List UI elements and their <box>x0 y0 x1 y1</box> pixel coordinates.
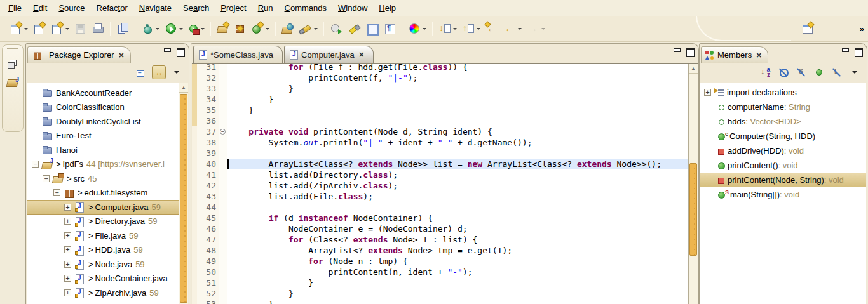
dropdown-caret-icon[interactable] <box>314 28 318 30</box>
dropdown-caret-icon[interactable] <box>423 28 426 30</box>
view-menu-button[interactable] <box>848 65 862 79</box>
member-row-import-declarations[interactable]: +import declarations <box>700 85 866 100</box>
code-line-49[interactable]: 49 for (Node n : tmp) { <box>192 256 688 267</box>
collapse-minus-icon[interactable]: − <box>43 175 50 182</box>
code-line-47[interactable]: 47 for (Class<? extends Node> T : list) … <box>192 234 688 245</box>
expand-plus-icon[interactable]: + <box>64 218 71 225</box>
new-wizard-button[interactable] <box>8 21 29 36</box>
dropdown-caret-icon[interactable] <box>156 28 159 30</box>
show-public-button[interactable] <box>812 65 826 79</box>
hide-local-button[interactable] <box>830 65 844 79</box>
editor-minimize-button[interactable] <box>673 48 681 55</box>
code-text[interactable]: list.add(File.class); <box>227 191 688 202</box>
sort-button[interactable]: a <box>759 65 773 79</box>
editor-scrollbar-thumb[interactable] <box>689 163 697 256</box>
dropdown-caret-icon[interactable] <box>179 28 183 30</box>
run-button[interactable] <box>163 21 184 36</box>
code-text[interactable]: list.add(ZipArchiv.class); <box>227 180 688 191</box>
code-text[interactable]: ArrayList<Class<? extends Node>> list = … <box>227 159 688 169</box>
tree-row-euro-test[interactable]: Euro-Test <box>27 129 188 143</box>
code-line-40[interactable]: 40 ArrayList<Class<? extends Node>> list… <box>192 159 688 169</box>
dropdown-caret-icon[interactable] <box>477 28 480 30</box>
code-line-34[interactable]: 34 } <box>192 94 688 105</box>
code-text[interactable]: } <box>227 277 688 288</box>
tree-row-bankaccountreader[interactable]: BankAccountReader <box>27 86 188 100</box>
code-line-46[interactable]: 46 NodeContainer e = (NodeContainer) d; <box>192 223 688 234</box>
menu-item-navigate[interactable]: Navigate <box>133 1 177 15</box>
dropdown-caret-icon[interactable] <box>24 28 28 30</box>
code-line-35[interactable]: 35 } <box>192 105 688 116</box>
new-class-button[interactable] <box>250 21 271 36</box>
restore-view-button[interactable] <box>5 56 20 72</box>
expand-plus-icon[interactable]: + <box>64 275 71 282</box>
code-text[interactable]: printContent(n, ident + "-"); <box>227 267 688 277</box>
code-text[interactable]: list.add(Directory.class); <box>227 169 688 180</box>
tree-row-hanoi[interactable]: Hanoi <box>27 143 188 157</box>
package-explorer-scrollbar[interactable]: ▲ <box>179 83 188 304</box>
code-text[interactable]: printContent(f, "|-"); <box>227 72 688 83</box>
member-row-printcontent-[interactable]: printContent() : void <box>700 158 866 173</box>
editor-tab--someclass-java[interactable]: *SomeClass.java <box>193 46 283 63</box>
print-button[interactable] <box>90 21 105 36</box>
editor-tab-close-icon[interactable]: × <box>359 50 364 60</box>
code-text[interactable]: } <box>227 299 688 304</box>
menu-item-run[interactable]: Run <box>252 1 279 15</box>
maximize-view-button[interactable] <box>177 48 185 55</box>
java-perspective-button[interactable] <box>5 74 20 89</box>
menu-item-edit[interactable]: Edit <box>27 1 53 15</box>
expand-plus-icon[interactable]: + <box>704 89 711 96</box>
code-text[interactable]: } <box>227 83 688 94</box>
code-text[interactable]: } <box>227 94 688 105</box>
link-editor-button[interactable]: ↔ <box>152 65 166 79</box>
search-button[interactable] <box>298 21 319 36</box>
member-row-adddrive-hdd-[interactable]: addDrive(HDD) : void <box>700 143 866 158</box>
tree-row-hdd-java[interactable]: +>HDD.java59 <box>27 243 188 258</box>
dropdown-caret-icon[interactable] <box>453 28 457 30</box>
tree-row-doublylinkedcycliclist[interactable]: DoublyLinkedCyclicList <box>27 114 188 129</box>
tree-row-colorclassification[interactable]: ColorClassification <box>27 100 188 115</box>
editor-content[interactable]: 31 for (File f : hdd.get(File.class)) {3… <box>192 63 698 304</box>
tree-row-node-java[interactable]: +>Node.java59 <box>27 257 188 272</box>
code-text[interactable]: ArrayList<? extends Node> tmp = e.get(T)… <box>227 245 688 256</box>
tree-row-nodecontainer-java[interactable]: +>NodeContainer.java <box>27 272 188 286</box>
expand-plus-icon[interactable]: + <box>64 232 71 239</box>
hide-static-button[interactable] <box>794 65 808 79</box>
editor-maximize-button[interactable] <box>686 48 695 55</box>
code-line-36[interactable]: 36 <box>192 116 688 126</box>
code-line-45[interactable]: 45 if (d instanceof NodeContainer) { <box>192 213 688 223</box>
code-text[interactable] <box>227 202 688 213</box>
menu-item-search[interactable]: Search <box>177 1 215 15</box>
code-line-50[interactable]: 50 printContent(n, ident + "-"); <box>192 267 688 277</box>
scroll-up-arrow-icon[interactable]: ▲ <box>179 83 188 93</box>
code-text[interactable]: for (Node n : tmp) { <box>227 256 688 267</box>
menu-item-window[interactable]: Window <box>332 1 373 15</box>
next-annotation-button[interactable] <box>437 21 458 36</box>
menu-item-project[interactable]: Project <box>215 1 252 15</box>
toolbar-overflow-chevron[interactable]: » <box>860 24 863 34</box>
code-text[interactable]: } <box>227 105 688 116</box>
show-frame-button[interactable] <box>364 21 379 36</box>
package-explorer-tab[interactable]: Package Explorer × <box>27 46 131 63</box>
code-line-41[interactable]: 41 list.add(Directory.class); <box>192 169 688 180</box>
debug-button[interactable] <box>140 21 161 36</box>
run-external-button[interactable] <box>187 22 206 36</box>
code-line-33[interactable]: 33 } <box>192 83 688 94</box>
members-close-icon[interactable]: × <box>756 50 761 60</box>
new-view-button[interactable] <box>800 21 815 36</box>
code-line-52[interactable]: 52 } <box>192 288 688 299</box>
tree-row-computer-java[interactable]: +>Computer.java59 <box>27 200 188 215</box>
package-explorer-scrollbar-thumb[interactable] <box>180 94 187 303</box>
code-text[interactable]: for (File f : hdd.get(File.class)) { <box>227 63 688 72</box>
tree-row-src[interactable]: −>src45 <box>27 171 188 186</box>
perspective-bar-handle[interactable] <box>7 48 18 50</box>
view-menu-button[interactable] <box>170 65 184 79</box>
expand-plus-icon[interactable]: + <box>64 246 71 253</box>
member-row-printcontent-node-string-[interactable]: printContent(Node, String) : void <box>700 173 866 187</box>
menu-item-commands[interactable]: Commands <box>279 1 332 15</box>
color-wheel-button[interactable] <box>407 21 428 36</box>
expand-plus-icon[interactable]: + <box>64 289 71 296</box>
tree-row-file-java[interactable]: +>File.java59 <box>27 228 188 243</box>
editor-tab-computer-java[interactable]: Computer.java× <box>284 46 374 63</box>
code-text[interactable]: } <box>227 288 688 299</box>
code-line-53[interactable]: 53 } <box>192 299 688 304</box>
